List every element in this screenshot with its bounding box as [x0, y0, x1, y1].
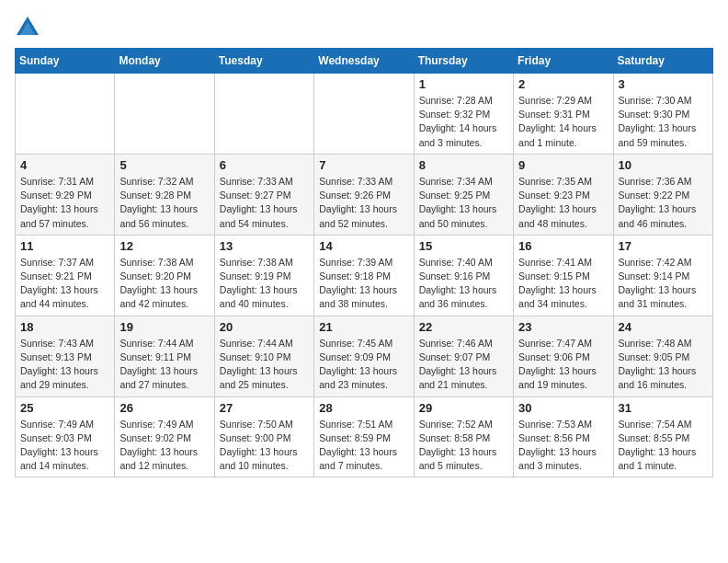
day-number: 7 — [319, 158, 408, 172]
weekday-header-friday: Friday — [514, 49, 613, 74]
day-info: Sunrise: 7:41 AM Sunset: 9:15 PM Dayligh… — [518, 256, 608, 312]
calendar-cell: 27Sunrise: 7:50 AM Sunset: 9:00 PM Dayli… — [214, 396, 313, 477]
calendar-cell: 11Sunrise: 7:37 AM Sunset: 9:21 PM Dayli… — [16, 235, 115, 316]
day-number: 25 — [20, 401, 109, 415]
week-row-4: 18Sunrise: 7:43 AM Sunset: 9:13 PM Dayli… — [16, 316, 713, 396]
page-header — [15, 15, 713, 40]
calendar-cell: 1Sunrise: 7:28 AM Sunset: 9:32 PM Daylig… — [414, 74, 513, 155]
day-number: 18 — [20, 320, 109, 334]
calendar-cell: 18Sunrise: 7:43 AM Sunset: 9:13 PM Dayli… — [16, 316, 115, 396]
day-info: Sunrise: 7:28 AM Sunset: 9:32 PM Dayligh… — [419, 94, 508, 150]
day-number: 31 — [619, 401, 708, 415]
day-info: Sunrise: 7:31 AM Sunset: 9:29 PM Dayligh… — [20, 175, 109, 231]
day-info: Sunrise: 7:44 AM Sunset: 9:10 PM Dayligh… — [220, 337, 309, 393]
day-info: Sunrise: 7:49 AM Sunset: 9:03 PM Dayligh… — [20, 418, 109, 474]
calendar-cell: 20Sunrise: 7:44 AM Sunset: 9:10 PM Dayli… — [214, 316, 313, 396]
weekday-header-saturday: Saturday — [613, 49, 712, 74]
weekday-header-thursday: Thursday — [414, 49, 513, 74]
weekday-header-sunday: Sunday — [16, 49, 115, 74]
calendar-cell: 19Sunrise: 7:44 AM Sunset: 9:11 PM Dayli… — [115, 316, 214, 396]
calendar-cell: 15Sunrise: 7:40 AM Sunset: 9:16 PM Dayli… — [414, 235, 513, 316]
day-number: 20 — [220, 320, 309, 334]
day-info: Sunrise: 7:32 AM Sunset: 9:28 PM Dayligh… — [119, 175, 209, 231]
calendar-table: SundayMondayTuesdayWednesdayThursdayFrid… — [15, 48, 713, 477]
day-number: 10 — [619, 158, 708, 172]
day-info: Sunrise: 7:38 AM Sunset: 9:19 PM Dayligh… — [220, 256, 309, 312]
calendar-cell: 8Sunrise: 7:34 AM Sunset: 9:25 PM Daylig… — [414, 154, 513, 235]
calendar-cell: 5Sunrise: 7:32 AM Sunset: 9:28 PM Daylig… — [115, 154, 214, 235]
day-number: 17 — [619, 239, 708, 253]
day-info: Sunrise: 7:35 AM Sunset: 9:23 PM Dayligh… — [518, 175, 608, 231]
day-info: Sunrise: 7:39 AM Sunset: 9:18 PM Dayligh… — [319, 256, 408, 312]
day-info: Sunrise: 7:29 AM Sunset: 9:31 PM Dayligh… — [518, 94, 608, 150]
weekday-header-monday: Monday — [115, 49, 214, 74]
day-number: 21 — [319, 320, 408, 334]
calendar-cell: 4Sunrise: 7:31 AM Sunset: 9:29 PM Daylig… — [16, 154, 115, 235]
day-info: Sunrise: 7:46 AM Sunset: 9:07 PM Dayligh… — [419, 337, 508, 393]
calendar-cell: 7Sunrise: 7:33 AM Sunset: 9:26 PM Daylig… — [314, 154, 414, 235]
day-info: Sunrise: 7:33 AM Sunset: 9:26 PM Dayligh… — [319, 175, 408, 231]
day-number: 12 — [119, 239, 209, 253]
day-info: Sunrise: 7:51 AM Sunset: 8:59 PM Dayligh… — [319, 418, 408, 474]
day-info: Sunrise: 7:42 AM Sunset: 9:14 PM Dayligh… — [619, 256, 708, 312]
day-number: 14 — [319, 239, 408, 253]
day-info: Sunrise: 7:36 AM Sunset: 9:22 PM Dayligh… — [619, 175, 708, 231]
day-info: Sunrise: 7:48 AM Sunset: 9:05 PM Dayligh… — [619, 337, 708, 393]
week-row-5: 25Sunrise: 7:49 AM Sunset: 9:03 PM Dayli… — [16, 396, 713, 477]
weekday-header-wednesday: Wednesday — [314, 49, 414, 74]
day-number: 4 — [20, 158, 109, 172]
day-number: 5 — [119, 158, 209, 172]
calendar-cell: 30Sunrise: 7:53 AM Sunset: 8:56 PM Dayli… — [514, 396, 613, 477]
week-row-3: 11Sunrise: 7:37 AM Sunset: 9:21 PM Dayli… — [16, 235, 713, 316]
calendar-cell: 23Sunrise: 7:47 AM Sunset: 9:06 PM Dayli… — [514, 316, 613, 396]
weekday-header-row: SundayMondayTuesdayWednesdayThursdayFrid… — [16, 49, 713, 74]
day-info: Sunrise: 7:47 AM Sunset: 9:06 PM Dayligh… — [518, 337, 608, 393]
day-number: 19 — [119, 320, 209, 334]
weekday-header-tuesday: Tuesday — [214, 49, 313, 74]
calendar-cell: 26Sunrise: 7:49 AM Sunset: 9:02 PM Dayli… — [115, 396, 214, 477]
day-info: Sunrise: 7:37 AM Sunset: 9:21 PM Dayligh… — [20, 256, 109, 312]
day-info: Sunrise: 7:34 AM Sunset: 9:25 PM Dayligh… — [419, 175, 508, 231]
calendar-cell: 9Sunrise: 7:35 AM Sunset: 9:23 PM Daylig… — [514, 154, 613, 235]
logo-icon — [15, 15, 40, 40]
day-number: 8 — [419, 158, 508, 172]
day-number: 23 — [518, 320, 608, 334]
day-info: Sunrise: 7:40 AM Sunset: 9:16 PM Dayligh… — [419, 256, 508, 312]
calendar-cell — [115, 74, 214, 155]
calendar-cell: 24Sunrise: 7:48 AM Sunset: 9:05 PM Dayli… — [613, 316, 712, 396]
calendar-cell: 21Sunrise: 7:45 AM Sunset: 9:09 PM Dayli… — [314, 316, 414, 396]
day-number: 1 — [419, 77, 508, 91]
day-info: Sunrise: 7:52 AM Sunset: 8:58 PM Dayligh… — [419, 418, 508, 474]
calendar-cell: 3Sunrise: 7:30 AM Sunset: 9:30 PM Daylig… — [613, 74, 712, 155]
day-number: 30 — [518, 401, 608, 415]
calendar-cell — [214, 74, 313, 155]
day-number: 24 — [619, 320, 708, 334]
calendar-cell: 2Sunrise: 7:29 AM Sunset: 9:31 PM Daylig… — [514, 74, 613, 155]
calendar-cell — [16, 74, 115, 155]
day-info: Sunrise: 7:54 AM Sunset: 8:55 PM Dayligh… — [619, 418, 708, 474]
day-number: 6 — [220, 158, 309, 172]
day-info: Sunrise: 7:45 AM Sunset: 9:09 PM Dayligh… — [319, 337, 408, 393]
day-info: Sunrise: 7:50 AM Sunset: 9:00 PM Dayligh… — [220, 418, 309, 474]
day-number: 28 — [319, 401, 408, 415]
calendar-cell: 12Sunrise: 7:38 AM Sunset: 9:20 PM Dayli… — [115, 235, 214, 316]
week-row-1: 1Sunrise: 7:28 AM Sunset: 9:32 PM Daylig… — [16, 74, 713, 155]
day-info: Sunrise: 7:33 AM Sunset: 9:27 PM Dayligh… — [220, 175, 309, 231]
day-number: 9 — [518, 158, 608, 172]
calendar-cell: 25Sunrise: 7:49 AM Sunset: 9:03 PM Dayli… — [16, 396, 115, 477]
calendar-cell: 6Sunrise: 7:33 AM Sunset: 9:27 PM Daylig… — [214, 154, 313, 235]
day-number: 29 — [419, 401, 508, 415]
calendar-cell: 14Sunrise: 7:39 AM Sunset: 9:18 PM Dayli… — [314, 235, 414, 316]
day-number: 3 — [619, 77, 708, 91]
calendar-cell: 13Sunrise: 7:38 AM Sunset: 9:19 PM Dayli… — [214, 235, 313, 316]
day-info: Sunrise: 7:53 AM Sunset: 8:56 PM Dayligh… — [518, 418, 608, 474]
day-info: Sunrise: 7:49 AM Sunset: 9:02 PM Dayligh… — [119, 418, 209, 474]
day-number: 26 — [119, 401, 209, 415]
calendar-cell: 10Sunrise: 7:36 AM Sunset: 9:22 PM Dayli… — [613, 154, 712, 235]
logo — [15, 15, 44, 40]
day-number: 27 — [220, 401, 309, 415]
calendar-cell: 17Sunrise: 7:42 AM Sunset: 9:14 PM Dayli… — [613, 235, 712, 316]
day-number: 15 — [419, 239, 508, 253]
day-number: 22 — [419, 320, 508, 334]
day-info: Sunrise: 7:30 AM Sunset: 9:30 PM Dayligh… — [619, 94, 708, 150]
